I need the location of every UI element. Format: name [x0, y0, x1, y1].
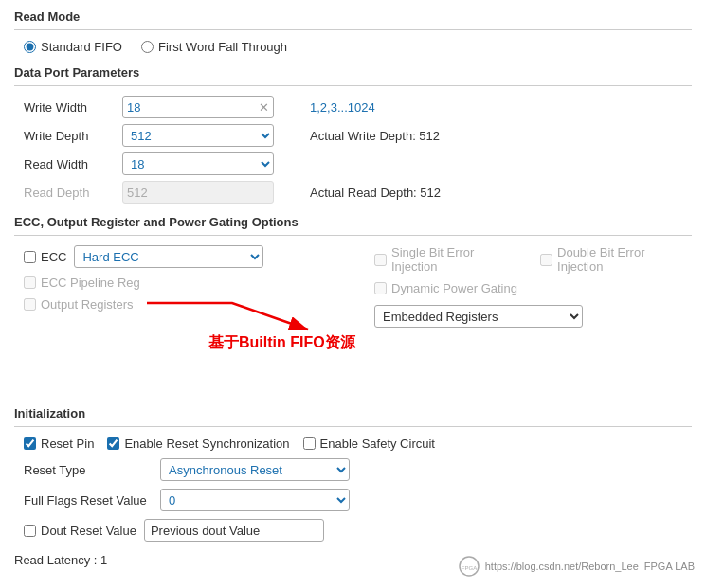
read-depth-label: Read Depth: [24, 186, 118, 200]
ecc-row: ECC Hard ECC Soft ECC: [24, 245, 374, 268]
ecc-checkbox[interactable]: [24, 251, 36, 263]
read-mode-divider: [14, 29, 692, 30]
enable-reset-sync-container[interactable]: Enable Reset Synchronization: [107, 437, 289, 451]
dynamic-power-gating-checkbox[interactable]: [374, 282, 387, 294]
read-width-select[interactable]: 18: [122, 152, 274, 175]
double-bit-error-checkbox[interactable]: [540, 254, 552, 266]
ecc-pipeline-row: ECC Pipeline Reg: [24, 276, 374, 290]
enable-safety-container[interactable]: Enable Safety Circuit: [303, 437, 435, 451]
write-depth-hint: Actual Write Depth: 512: [310, 129, 518, 143]
reset-options-row: Reset Pin Enable Reset Synchronization E…: [14, 437, 692, 451]
watermark: FPGA https://blog.csdn.net/Reborn_Lee FP…: [459, 556, 695, 577]
write-width-input-container[interactable]: ✕: [122, 96, 274, 118]
output-registers-label: Output Registers: [41, 297, 134, 312]
chinese-note: 基于Builtin FIFO资源: [208, 333, 355, 353]
data-port-title: Data Port Parameters: [14, 65, 692, 80]
reset-type-grid: Reset Type Asynchronous Reset Synchronou…: [14, 458, 692, 481]
ecc-pipeline-label: ECC Pipeline Reg: [41, 276, 140, 290]
fpga-lab-logo: FPGA: [459, 556, 480, 577]
dynamic-power-gating-label: Dynamic Power Gating: [391, 281, 517, 295]
enable-safety-checkbox[interactable]: [303, 437, 316, 450]
read-depth-display: 512: [122, 181, 274, 204]
dynamic-power-gating-row: Dynamic Power Gating: [374, 281, 692, 295]
initialization-divider: [14, 426, 692, 427]
write-width-hint: 1,2,3...1024: [310, 100, 518, 115]
reset-pin-label: Reset Pin: [41, 437, 94, 451]
write-width-input[interactable]: [127, 100, 259, 115]
svg-text:FPGA: FPGA: [462, 565, 477, 571]
write-depth-select[interactable]: 512: [122, 124, 274, 147]
standard-fifo-label: Standard FIFO: [41, 40, 122, 54]
dout-reset-row: Dout Reset Value: [14, 519, 692, 542]
write-width-clear-icon[interactable]: ✕: [259, 100, 269, 115]
reset-type-label: Reset Type: [24, 463, 156, 477]
write-width-label: Write Width: [24, 100, 118, 115]
reset-pin-checkbox[interactable]: [24, 437, 36, 450]
output-registers-checkbox[interactable]: [24, 298, 36, 311]
ecc-pipeline-checkbox[interactable]: [24, 276, 36, 289]
data-port-section: Data Port Parameters Write Width ✕ 1,2,3…: [14, 65, 692, 204]
ecc-section: ECC, Output Register and Power Gating Op…: [14, 215, 692, 354]
ecc-title: ECC, Output Register and Power Gating Op…: [14, 215, 692, 229]
dout-reset-label: Dout Reset Value: [41, 524, 136, 538]
full-flags-grid: Full Flags Reset Value 0 1: [14, 489, 692, 511]
first-word-option[interactable]: First Word Fall Through: [141, 40, 287, 54]
watermark-text: https://blog.csdn.net/Reborn_Lee: [485, 561, 639, 572]
ecc-mode-select[interactable]: Hard ECC Soft ECC: [74, 245, 263, 268]
initialization-section: Initialization Reset Pin Enable Reset Sy…: [14, 406, 692, 542]
initialization-title: Initialization: [14, 406, 692, 420]
double-bit-error-label: Double Bit Error Injection: [557, 245, 692, 274]
reset-type-select[interactable]: Asynchronous Reset Synchronous Reset: [160, 458, 350, 481]
first-word-label: First Word Fall Through: [158, 40, 287, 54]
standard-fifo-option[interactable]: Standard FIFO: [24, 40, 122, 54]
ecc-checkbox-container[interactable]: ECC: [24, 250, 66, 264]
double-bit-error-container[interactable]: Double Bit Error Injection: [540, 245, 692, 274]
enable-safety-label: Enable Safety Circuit: [320, 437, 435, 451]
watermark-logo-text: FPGA LAB: [644, 561, 695, 572]
embedded-registers-row: Embedded Registers No Registers Built-in…: [374, 305, 692, 328]
read-depth-hint: Actual Read Depth: 512: [310, 186, 518, 200]
full-flags-label: Full Flags Reset Value: [24, 493, 156, 508]
full-flags-select[interactable]: 0 1: [160, 489, 350, 511]
dout-reset-checkbox[interactable]: [24, 525, 36, 537]
embedded-registers-select[interactable]: Embedded Registers No Registers Built-in…: [374, 305, 583, 328]
ecc-label: ECC: [41, 250, 66, 264]
read-mode-options: Standard FIFO First Word Fall Through: [14, 40, 692, 54]
enable-reset-sync-checkbox[interactable]: [107, 437, 119, 450]
single-bit-error-checkbox[interactable]: [374, 254, 387, 266]
standard-fifo-radio[interactable]: [24, 41, 36, 53]
enable-reset-sync-label: Enable Reset Synchronization: [124, 437, 289, 451]
dout-checkbox-container[interactable]: Dout Reset Value: [24, 524, 136, 538]
ecc-divider: [14, 235, 692, 236]
error-injection-row: Single Bit Error Injection Double Bit Er…: [374, 245, 692, 274]
output-registers-container: Output Registers 基于Builtin FIFO资源: [24, 297, 374, 354]
data-port-divider: [14, 85, 692, 86]
read-depth-value: 512: [127, 186, 148, 200]
data-port-grid: Write Width ✕ 1,2,3...1024 Write Depth 5…: [14, 96, 692, 204]
read-mode-section: Read Mode Standard FIFO First Word Fall …: [14, 9, 692, 54]
write-depth-label: Write Depth: [24, 129, 118, 143]
dout-reset-input[interactable]: [144, 519, 324, 542]
single-bit-error-label: Single Bit Error Injection: [391, 245, 521, 274]
first-word-radio[interactable]: [141, 41, 154, 53]
reset-pin-container[interactable]: Reset Pin: [24, 437, 94, 451]
read-mode-title: Read Mode: [14, 9, 692, 24]
read-width-label: Read Width: [24, 157, 118, 171]
single-bit-error-container[interactable]: Single Bit Error Injection: [374, 245, 521, 274]
